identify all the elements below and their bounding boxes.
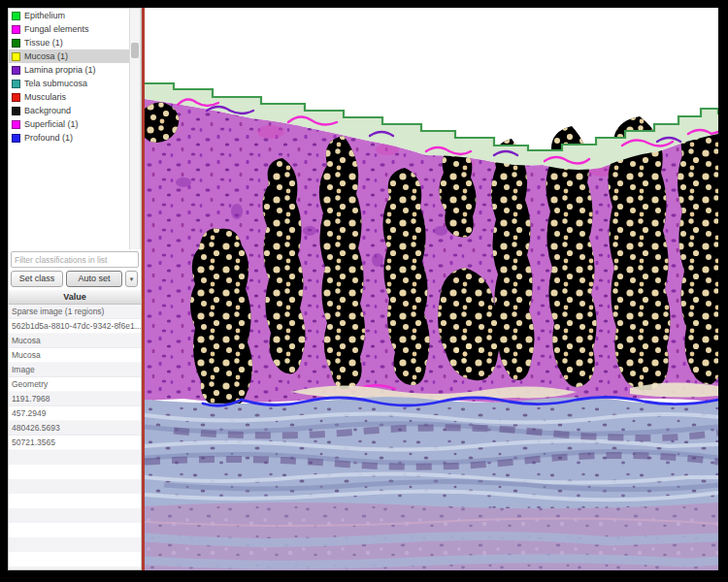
histology-image — [145, 8, 718, 570]
class-color-swatch — [12, 52, 20, 61]
set-class-button[interactable]: Set class — [11, 271, 63, 287]
class-label: Profound (1) — [24, 133, 73, 143]
class-color-swatch — [12, 12, 20, 20]
class-item-superficial-1[interactable]: Superficial (1) — [9, 117, 129, 131]
class-label: Tissue (1) — [24, 38, 63, 48]
class-label: Fungal elements — [24, 24, 89, 34]
class-color-swatch — [12, 80, 20, 88]
measurement-value-row: Geometry — [9, 377, 141, 392]
class-list-scrollbar[interactable] — [129, 9, 141, 249]
measurement-value-row: 50721.3565 — [9, 436, 141, 450]
class-item-profound-1[interactable]: Profound (1) — [9, 131, 129, 145]
annotation-panel: EpitheliumFungal elementsTissue (1)Mucos… — [8, 8, 142, 570]
class-label: Background — [24, 106, 71, 115]
measurement-value-row: 480426.5693 — [9, 421, 141, 436]
class-label: Mucosa (1) — [24, 51, 68, 61]
class-color-swatch — [12, 120, 20, 129]
class-color-swatch — [12, 107, 20, 115]
class-item-mucosa-1[interactable]: Mucosa (1) — [9, 49, 129, 63]
class-color-swatch — [12, 93, 20, 102]
class-color-swatch — [12, 39, 20, 48]
measurement-value-row: Mucosa — [9, 348, 141, 363]
class-label: Tela submucosa — [24, 79, 87, 88]
class-label: Epithelium — [24, 11, 65, 20]
measurement-value-row: 1191.7968 — [9, 392, 141, 406]
measurement-table: Value Sparse image (1 regions)562b1d5a-8… — [9, 290, 141, 569]
measurement-value-row: Sparse image (1 regions) — [9, 305, 141, 319]
slide-viewer[interactable] — [145, 8, 718, 570]
classification-list: EpitheliumFungal elementsTissue (1)Mucos… — [9, 9, 129, 249]
scrollbar-thumb[interactable] — [131, 43, 139, 58]
class-label: Superficial (1) — [24, 119, 79, 129]
value-column-header[interactable]: Value — [9, 290, 141, 305]
class-item-epithelium[interactable]: Epithelium — [9, 9, 129, 22]
auto-set-button[interactable]: Auto set — [66, 271, 122, 287]
class-actions: Set class Auto set ▾ — [11, 271, 141, 287]
measurement-value-row: 457.2949 — [9, 406, 141, 421]
measurement-value-row: Image — [9, 363, 141, 377]
class-item-muscularis[interactable]: Muscularis — [9, 90, 129, 104]
class-item-fungal-elements[interactable]: Fungal elements — [9, 22, 129, 36]
class-color-swatch — [12, 66, 20, 75]
class-label: Muscularis — [24, 92, 66, 102]
measurement-value-row: 562b1d5a-8810-47dc-9342-8f6e1... — [9, 319, 141, 334]
class-item-lamina-propria-1[interactable]: Lamina propria (1) — [9, 63, 129, 77]
filter-classifications-input[interactable] — [11, 251, 139, 268]
class-label: Lamina propria (1) — [24, 65, 96, 75]
class-item-background[interactable]: Background — [9, 104, 129, 117]
qupath-window: EpitheliumFungal elementsTissue (1)Mucos… — [0, 0, 728, 582]
auto-set-menu-button[interactable]: ▾ — [125, 271, 138, 287]
class-color-swatch — [12, 25, 20, 34]
class-item-tela-submucosa[interactable]: Tela submucosa — [9, 77, 129, 90]
class-item-tissue-1[interactable]: Tissue (1) — [9, 36, 129, 49]
class-color-swatch — [12, 134, 20, 143]
measurement-value-row: Mucosa — [9, 334, 141, 348]
measurement-rows: Sparse image (1 regions)562b1d5a-8810-47… — [9, 305, 141, 450]
